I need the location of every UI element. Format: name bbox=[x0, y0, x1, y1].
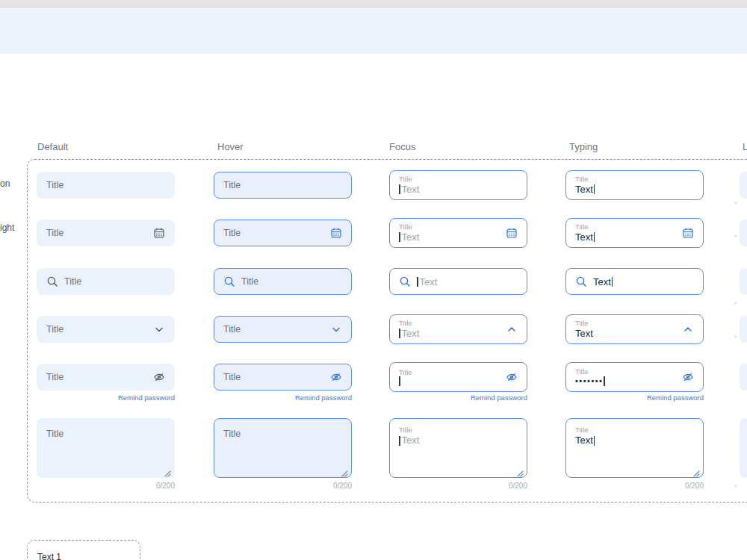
text-input-hover[interactable]: Title bbox=[214, 172, 352, 199]
search-input-default[interactable]: Title bbox=[37, 268, 175, 295]
partial-input[interactable] bbox=[740, 418, 747, 478]
resize-handle-icon[interactable] bbox=[341, 467, 348, 474]
select-label: Title bbox=[575, 319, 676, 328]
date-input-hover[interactable]: Title bbox=[214, 220, 352, 246]
select-hover[interactable]: Title bbox=[214, 316, 352, 343]
partial-input[interactable] bbox=[740, 316, 747, 343]
select-title: Title bbox=[223, 324, 241, 335]
input-title: Title bbox=[46, 429, 63, 439]
remind-password-link[interactable]: Remind password bbox=[565, 393, 704, 402]
chevron-up-icon[interactable] bbox=[682, 323, 694, 335]
input-placeholder: Text bbox=[420, 276, 438, 287]
text-caret bbox=[399, 436, 400, 446]
select-typing[interactable]: Title Text bbox=[565, 314, 704, 344]
search-input-hover[interactable]: Title bbox=[214, 268, 352, 295]
bottom-frame: Text 1 bbox=[27, 540, 140, 560]
input-title: Title bbox=[46, 228, 63, 238]
component-marker-icon: ✳ bbox=[734, 233, 737, 238]
partial-input[interactable] bbox=[740, 364, 747, 391]
input-title: Title bbox=[223, 228, 241, 238]
column-header-typing: Typing bbox=[569, 141, 598, 152]
textarea-focus[interactable]: Title Text bbox=[389, 418, 527, 478]
chevron-up-icon[interactable] bbox=[506, 323, 518, 335]
calendar-icon[interactable] bbox=[153, 227, 165, 239]
search-icon bbox=[575, 276, 587, 287]
password-input-hover[interactable]: Title bbox=[214, 364, 352, 391]
input-label: Title bbox=[399, 368, 500, 377]
calendar-icon[interactable] bbox=[330, 227, 342, 239]
textarea-default[interactable]: Title bbox=[37, 418, 175, 478]
column-header-hover: Hover bbox=[217, 141, 244, 152]
calendar-icon[interactable] bbox=[506, 227, 518, 239]
char-counter: 0/200 bbox=[214, 482, 352, 490]
resize-handle-icon[interactable] bbox=[692, 467, 700, 474]
window-top-strip bbox=[0, 0, 747, 7]
input-title: Title bbox=[223, 429, 241, 439]
remind-password-link[interactable]: Remind password bbox=[37, 393, 175, 402]
password-input-typing[interactable]: Title ••••••• bbox=[565, 362, 704, 392]
chevron-down-icon[interactable] bbox=[330, 323, 342, 335]
char-counter: 0/200 bbox=[389, 482, 527, 490]
input-title: Title bbox=[223, 180, 241, 190]
calendar-icon[interactable] bbox=[682, 227, 694, 239]
eye-off-icon[interactable] bbox=[330, 371, 342, 383]
resize-handle-icon[interactable] bbox=[516, 467, 524, 474]
text-caret bbox=[399, 376, 400, 386]
component-marker-icon: ✳ bbox=[734, 483, 737, 488]
input-title: Title bbox=[241, 276, 258, 287]
cropped-row-label-2: ight bbox=[0, 223, 14, 233]
input-placeholder: Text bbox=[402, 231, 420, 243]
eye-off-icon[interactable] bbox=[682, 371, 694, 383]
input-label: Title bbox=[399, 175, 518, 184]
textarea-hover[interactable]: Title bbox=[214, 418, 352, 478]
remind-password-link[interactable]: Remind password bbox=[389, 393, 527, 402]
resize-handle-icon[interactable] bbox=[164, 467, 171, 474]
input-label: Title bbox=[575, 426, 694, 435]
input-label: Title bbox=[575, 367, 676, 376]
search-icon bbox=[399, 276, 411, 287]
password-input-focus[interactable]: Title bbox=[389, 362, 527, 392]
text-caret bbox=[612, 277, 613, 287]
text-caret bbox=[594, 436, 595, 446]
text-input-typing[interactable]: Title Text bbox=[565, 170, 704, 200]
eye-off-icon[interactable] bbox=[506, 371, 518, 383]
password-dots: ••••••• bbox=[575, 376, 603, 387]
text-input-default[interactable]: Title bbox=[37, 172, 175, 199]
text-caret bbox=[399, 232, 400, 242]
char-counter: 0/200 bbox=[565, 482, 704, 490]
header-band bbox=[0, 7, 747, 54]
partial-input[interactable] bbox=[740, 172, 747, 199]
input-title: Title bbox=[64, 276, 81, 287]
column-header-cropped: L bbox=[743, 141, 747, 152]
input-value: Text bbox=[575, 184, 593, 196]
chevron-down-icon[interactable] bbox=[153, 323, 165, 335]
date-input-typing[interactable]: Title Text bbox=[565, 218, 704, 248]
input-label: Title bbox=[575, 175, 694, 184]
input-label: Title bbox=[399, 426, 518, 435]
input-label: Title bbox=[575, 223, 676, 231]
input-title: Title bbox=[46, 372, 63, 382]
text-caret bbox=[399, 184, 400, 194]
search-icon bbox=[223, 276, 235, 287]
text-caret bbox=[604, 376, 605, 386]
char-counter: 0/200 bbox=[37, 482, 175, 490]
text-caret bbox=[594, 184, 595, 194]
select-default[interactable]: Title bbox=[37, 316, 175, 343]
eye-off-icon[interactable] bbox=[153, 371, 165, 383]
remind-password-link[interactable]: Remind password bbox=[214, 393, 352, 402]
date-input-default[interactable]: Title bbox=[37, 220, 175, 246]
text-input-focus[interactable]: Title Text bbox=[389, 170, 527, 200]
design-spec-canvas: Default Hover Focus Typing L on ight Tit… bbox=[0, 0, 747, 560]
partial-input[interactable] bbox=[740, 268, 747, 295]
select-placeholder: Text bbox=[402, 328, 420, 340]
component-marker-icon: ✳ bbox=[734, 334, 737, 339]
partial-input[interactable] bbox=[740, 220, 747, 246]
password-input-default[interactable]: Title bbox=[37, 364, 175, 391]
search-input-typing[interactable]: Text bbox=[565, 268, 704, 295]
input-value: Text bbox=[593, 276, 611, 287]
search-input-focus[interactable]: Text bbox=[389, 268, 527, 295]
select-focus[interactable]: Title Text bbox=[389, 314, 527, 344]
textarea-typing[interactable]: Title Text bbox=[565, 418, 704, 478]
input-label: Title bbox=[399, 223, 500, 231]
date-input-focus[interactable]: Title Text bbox=[389, 218, 527, 248]
